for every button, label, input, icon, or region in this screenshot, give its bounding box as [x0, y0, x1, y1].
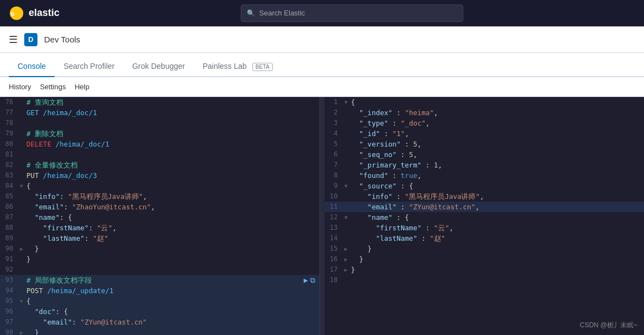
- editor-line-76: 76 # 查询文档: [0, 97, 320, 107]
- editor-line-78: 78: [0, 118, 320, 128]
- svg-text:e: e: [11, 10, 15, 18]
- toolbar-history[interactable]: History: [9, 83, 31, 91]
- breadcrumb-title: Dev Tools: [44, 35, 80, 44]
- output-line-15: 15 ▶ }: [324, 244, 644, 254]
- output-line-14: 14 "lastName" : "赵": [324, 233, 644, 244]
- editor-line-98: 98 ▶ }: [0, 327, 320, 335]
- output-line-7: 7 "_primary_term" : 1,: [324, 160, 644, 170]
- tab-search-profiler[interactable]: Search Profiler: [55, 56, 123, 77]
- search-placeholder: Search Elastic: [259, 9, 305, 17]
- output-line-8: 8 "found" : true,: [324, 170, 644, 181]
- hamburger-icon[interactable]: ☰: [9, 34, 18, 45]
- search-bar[interactable]: 🔍 Search Elastic: [241, 4, 463, 22]
- editor-line-90: 90 ▶ }: [0, 244, 320, 254]
- tab-painless-lab[interactable]: Painless Lab BETA: [194, 56, 282, 77]
- output-line-10: 10 "info" : "黑马程序员Java讲师",: [324, 191, 644, 202]
- output-line-11: 11 "email" : "ZYun@itcast.cn",: [324, 202, 644, 212]
- editor-line-92: 92: [0, 264, 320, 275]
- output-line-5: 5 "_version" : 5,: [324, 139, 644, 149]
- editor-pane: 76 # 查询文档 77 GET /heima/_doc/1 78 79 # 删: [0, 97, 320, 335]
- output-area: 1 ▼ { 2 "_index" : "heima", 3 "_type" : …: [324, 97, 644, 335]
- editor-line-80: 80 DELETE /heima/_doc/1: [0, 139, 320, 149]
- code-editor[interactable]: 76 # 查询文档 77 GET /heima/_doc/1 78 79 # 删: [0, 97, 320, 335]
- toolbar-help[interactable]: Help: [74, 83, 89, 91]
- output-line-2: 2 "_index" : "heima",: [324, 107, 644, 118]
- editor-line-97: 97 "email": "ZYun@itcast.cn": [0, 317, 320, 327]
- editor-line-95: 95 ▼ {: [0, 296, 320, 306]
- line-actions: ▶ ⧉: [304, 275, 317, 285]
- output-line-12: 12 ▼ "name" : {: [324, 212, 644, 223]
- editor-line-89: 89 "lastName": "赵": [0, 233, 320, 244]
- main-content: 76 # 查询文档 77 GET /heima/_doc/1 78 79 # 删: [0, 97, 644, 335]
- toolbar-settings[interactable]: Settings: [40, 83, 66, 91]
- logo-text: elastic: [29, 7, 59, 19]
- editor-line-83: 83 PUT /heima/_doc/3: [0, 170, 320, 181]
- devtools-badge: D: [24, 33, 37, 46]
- breadcrumb-bar: ☰ D Dev Tools: [0, 26, 644, 53]
- editor-line-79: 79 # 删除文档: [0, 128, 320, 139]
- editor-line-94: 94 POST /heima/_update/1: [0, 285, 320, 296]
- editor-line-82: 82 # 全量修改文档: [0, 160, 320, 170]
- tab-console[interactable]: Console: [9, 56, 55, 77]
- output-line-17: 17 ▶ }: [324, 264, 644, 275]
- search-icon: 🔍: [247, 9, 255, 17]
- beta-badge: BETA: [252, 63, 273, 71]
- elastic-logo[interactable]: e elastic: [9, 6, 59, 21]
- editor-line-96: 96 "doc": {: [0, 306, 320, 317]
- editor-line-84: 84 ▼ {: [0, 181, 320, 191]
- editor-line-91: 91 }: [0, 254, 320, 264]
- output-line-3: 3 "_type" : "_doc",: [324, 118, 644, 128]
- copy-icon[interactable]: ⧉: [310, 275, 315, 285]
- pane-divider[interactable]: ⋮: [320, 97, 324, 335]
- editor-line-85: 85 "info": "黑马程序员Java讲师",: [0, 191, 320, 202]
- toolbar: History Settings Help: [0, 77, 644, 97]
- run-icon[interactable]: ▶: [304, 275, 308, 285]
- editor-line-81: 81: [0, 149, 320, 160]
- output-line-13: 13 "firstName" : "云",: [324, 223, 644, 233]
- editor-line-93: 93 # 局部修改文档字段 ▶ ⧉: [0, 275, 320, 285]
- output-line-18: 18: [324, 275, 644, 285]
- editor-line-77: 77 GET /heima/_doc/1: [0, 107, 320, 118]
- tab-grok-debugger[interactable]: Grok Debugger: [123, 56, 194, 77]
- output-pane: 1 ▼ { 2 "_index" : "heima", 3 "_type" : …: [324, 97, 644, 335]
- watermark: CSDN @栀丿未眠~: [580, 320, 637, 331]
- output-line-4: 4 "_id" : "1",: [324, 128, 644, 139]
- tab-bar: Console Search Profiler Grok Debugger Pa…: [0, 53, 644, 77]
- output-line-9: 9 ▼ "_source" : {: [324, 181, 644, 191]
- output-line-6: 6 "_seq_no" : 5,: [324, 149, 644, 160]
- output-line-1: 1 ▼ {: [324, 97, 644, 107]
- editor-line-88: 88 "firstName": "云",: [0, 223, 320, 233]
- editor-line-86: 86 "email": "ZhaoYun@itcast.cn",: [0, 202, 320, 212]
- top-nav: e elastic 🔍 Search Elastic: [0, 0, 644, 26]
- elastic-logo-icon: e: [9, 6, 24, 21]
- editor-line-87: 87 "name": {: [0, 212, 320, 223]
- output-line-16: 16 ▶ }: [324, 254, 644, 264]
